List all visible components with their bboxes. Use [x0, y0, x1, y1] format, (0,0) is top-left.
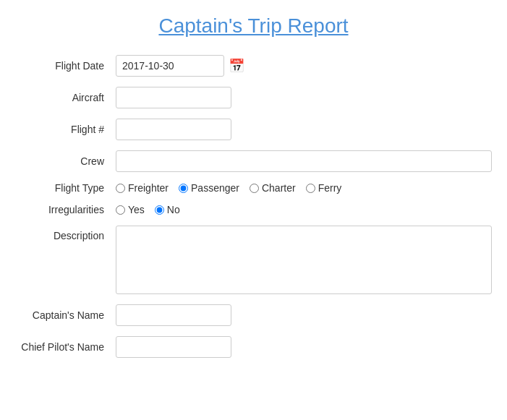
- flight-date-input[interactable]: [116, 55, 224, 77]
- irregularities-label: Irregularities: [14, 204, 116, 215]
- captains-name-row: Captain's Name: [14, 304, 493, 326]
- crew-input[interactable]: [116, 150, 492, 172]
- chief-pilot-name-label: Chief Pilot's Name: [14, 341, 116, 353]
- page-title: Captain's Trip Report: [158, 14, 348, 37]
- flight-date-label: Flight Date: [14, 60, 116, 72]
- flight-type-label: Flight Type: [14, 182, 116, 194]
- captains-name-label: Captain's Name: [14, 309, 116, 321]
- flight-type-ferry[interactable]: Ferry: [306, 182, 342, 194]
- passenger-radio[interactable]: [179, 184, 188, 193]
- date-wrapper: 📅: [116, 55, 244, 77]
- aircraft-input[interactable]: [116, 87, 231, 108]
- flight-type-radio-group: Freighter Passenger Charter Ferry: [116, 182, 341, 194]
- flight-type-freighter[interactable]: Freighter: [116, 182, 169, 194]
- captains-name-input[interactable]: [116, 304, 231, 326]
- description-textarea[interactable]: [116, 226, 492, 294]
- calendar-icon[interactable]: 📅: [229, 58, 244, 74]
- crew-row: Crew: [14, 150, 493, 172]
- irregularities-row: Irregularities Yes No: [14, 204, 493, 215]
- crew-label: Crew: [14, 155, 116, 167]
- no-radio[interactable]: [155, 205, 164, 215]
- description-label: Description: [14, 226, 116, 241]
- aircraft-row: Aircraft: [14, 87, 493, 108]
- chief-pilot-name-input[interactable]: [116, 336, 231, 358]
- charter-radio[interactable]: [250, 184, 259, 193]
- flight-number-input[interactable]: [116, 119, 231, 140]
- flight-type-row: Flight Type Freighter Passenger Charter …: [14, 182, 493, 194]
- flight-type-passenger[interactable]: Passenger: [179, 182, 239, 194]
- flight-number-label: Flight #: [14, 124, 116, 135]
- freighter-radio[interactable]: [116, 184, 125, 193]
- irregularities-radio-group: Yes No: [116, 204, 180, 215]
- irregularities-yes[interactable]: Yes: [116, 204, 145, 215]
- ferry-radio[interactable]: [306, 184, 315, 193]
- description-row: Description: [14, 226, 493, 294]
- irregularities-no[interactable]: No: [155, 204, 180, 215]
- yes-label: Yes: [128, 204, 145, 215]
- yes-radio[interactable]: [116, 205, 125, 215]
- freighter-label: Freighter: [128, 182, 169, 194]
- chief-pilot-name-row: Chief Pilot's Name: [14, 336, 493, 358]
- ferry-label: Ferry: [318, 182, 342, 194]
- flight-type-charter[interactable]: Charter: [250, 182, 296, 194]
- passenger-label: Passenger: [191, 182, 239, 194]
- charter-label: Charter: [262, 182, 296, 194]
- aircraft-label: Aircraft: [14, 92, 116, 103]
- flight-date-row: Flight Date 📅: [14, 55, 493, 77]
- no-label: No: [167, 204, 180, 215]
- trip-report-form: Flight Date 📅 Aircraft Flight # Crew Fli…: [14, 55, 493, 358]
- flight-number-row: Flight #: [14, 119, 493, 140]
